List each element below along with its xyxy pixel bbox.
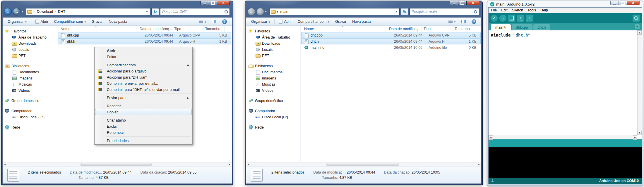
context-menu-item[interactable]: Comprimir e enviar por e-mail... xyxy=(95,80,192,86)
maximize-button[interactable] xyxy=(458,1,467,5)
context-menu-item[interactable]: Abrir xyxy=(95,48,192,54)
context-menu-item[interactable]: Enviar para xyxy=(95,95,192,101)
back-button[interactable] xyxy=(4,8,12,15)
menu-item[interactable]: Help xyxy=(540,8,548,12)
sidebar-item[interactable]: Disco Local (C:) xyxy=(249,114,300,120)
titlebar[interactable] xyxy=(2,1,232,7)
maximize-button[interactable] xyxy=(619,1,627,5)
context-menu-item[interactable]: Criar atalho xyxy=(95,117,192,123)
history-dropdown-icon[interactable] xyxy=(265,10,268,13)
context-menu-item[interactable]: Renomear xyxy=(95,129,192,136)
context-menu-item[interactable]: Compartilhar com xyxy=(95,62,192,68)
breadcrumb-segment[interactable]: DHT xyxy=(58,10,66,14)
forward-button[interactable] xyxy=(256,8,264,15)
sidebar-group[interactable]: Computador xyxy=(249,108,300,114)
help-button[interactable] xyxy=(469,18,479,25)
column-header-nome[interactable]: Nome xyxy=(301,26,387,32)
editor-tab[interactable]: dht.cpp xyxy=(512,24,532,30)
search-input[interactable] xyxy=(412,10,474,14)
help-button[interactable] xyxy=(220,18,229,25)
sidebar-item[interactable]: Documentos xyxy=(5,69,57,75)
context-menu-item[interactable]: Copiar xyxy=(95,109,192,115)
scroll-left-icon[interactable] xyxy=(3,162,7,167)
forward-button[interactable] xyxy=(13,8,20,15)
context-menu-item[interactable]: Adicionar para "DHT.rar" xyxy=(95,74,192,80)
sidebar-item[interactable]: Downloads xyxy=(249,40,300,46)
context-menu-item[interactable]: Adicionar para o arquivo... xyxy=(95,68,192,74)
sidebar-item[interactable]: Músicas xyxy=(249,81,300,87)
compartilhar-button[interactable]: Compartilhar com xyxy=(295,19,332,25)
sidebar-group[interactable]: Favoritos xyxy=(249,28,300,34)
sidebar-group[interactable]: Grupo doméstico xyxy=(5,98,57,104)
menu-item[interactable]: Tools xyxy=(527,8,536,12)
minimize-button[interactable] xyxy=(610,1,619,5)
column-header-data[interactable]: Data de modificaç... xyxy=(138,26,172,32)
upload-icon[interactable] xyxy=(499,15,506,22)
context-menu-item[interactable] xyxy=(95,93,192,95)
titlebar[interactable] xyxy=(246,1,482,7)
context-menu-item[interactable]: Comprimir para "DHT.rar" e enviar por e-… xyxy=(95,86,192,93)
compartilhar-button[interactable]: Compartilhar com xyxy=(52,19,88,25)
sidebar-item[interactable]: Músicas xyxy=(5,81,57,87)
views-button[interactable] xyxy=(196,19,209,25)
file-row[interactable]: dht.h 26/05/2014 09:44 Arquivo H 1 KB xyxy=(58,38,231,44)
gravar-button[interactable]: Gravar xyxy=(89,19,105,25)
minimize-button[interactable] xyxy=(201,1,209,5)
column-header-tamanho[interactable]: Tamanho xyxy=(203,26,224,32)
horizontal-scrollbar[interactable] xyxy=(489,135,637,139)
sidebar-item[interactable]: Downloads xyxy=(5,40,57,46)
column-header-data[interactable]: Data de modificaç... xyxy=(387,26,422,32)
maximize-button[interactable] xyxy=(209,1,217,5)
context-menu-item[interactable]: Propriedades xyxy=(95,138,192,144)
column-header-tamanho[interactable]: Tamanho xyxy=(453,26,474,32)
sidebar-group[interactable]: Favoritos xyxy=(5,28,57,34)
editor-tab[interactable]: dht.h xyxy=(533,24,550,30)
organizar-button[interactable]: Organizar xyxy=(5,19,29,25)
sidebar-item[interactable]: PET xyxy=(5,53,57,59)
breadcrumb-segment[interactable]: Download xyxy=(37,10,53,14)
column-header-tipo[interactable]: Tipo xyxy=(422,26,453,32)
breadcrumb[interactable]: main xyxy=(269,8,400,15)
scroll-right-icon[interactable] xyxy=(477,162,481,167)
breadcrumb[interactable]: Download DHT xyxy=(26,8,150,15)
sidebar-item[interactable]: Imagens xyxy=(249,75,300,81)
sidebar-item[interactable]: PET xyxy=(249,53,300,59)
open-icon[interactable] xyxy=(517,15,524,22)
back-button[interactable] xyxy=(248,8,255,15)
context-menu-item[interactable] xyxy=(95,115,192,117)
history-dropdown-icon[interactable] xyxy=(22,10,25,13)
horizontal-scrollbar[interactable] xyxy=(3,162,232,167)
sidebar-group[interactable]: Computador xyxy=(5,108,57,114)
sidebar-item[interactable]: Locais xyxy=(5,46,57,53)
context-menu-item[interactable] xyxy=(95,136,192,138)
sidebar-item[interactable]: Imagens xyxy=(5,75,57,81)
close-button[interactable] xyxy=(466,1,479,5)
abrir-button[interactable]: Abrir xyxy=(276,19,294,25)
sidebar-item[interactable]: Locais xyxy=(249,46,300,53)
horizontal-scrollbar[interactable] xyxy=(246,162,481,167)
column-header-nome[interactable]: Nome xyxy=(57,26,138,32)
new-sketch-icon[interactable] xyxy=(508,15,515,22)
search-input[interactable] xyxy=(162,10,224,14)
context-menu-item[interactable]: Recortar xyxy=(95,103,192,109)
refresh-button[interactable] xyxy=(401,8,408,15)
context-menu-item[interactable] xyxy=(95,101,192,103)
scrollbar-thumb[interactable] xyxy=(80,163,152,166)
menu-item[interactable]: Sketch xyxy=(512,8,523,12)
scroll-left-icon[interactable] xyxy=(246,162,251,167)
organizar-button[interactable]: Organizar xyxy=(249,19,273,25)
sidebar-item[interactable]: Vídeos xyxy=(5,87,57,94)
editor-tab[interactable]: main § xyxy=(491,24,511,30)
scroll-left-icon[interactable] xyxy=(489,135,493,140)
context-menu-item[interactable] xyxy=(95,60,192,62)
breadcrumb-segment[interactable]: main xyxy=(280,10,288,14)
tab-menu-icon[interactable] xyxy=(635,24,640,29)
breadcrumb-dropdown-icon[interactable] xyxy=(395,10,398,13)
menu-item[interactable]: File xyxy=(491,8,497,12)
refresh-button[interactable] xyxy=(151,8,159,15)
sidebar-group[interactable]: Bibliotecas xyxy=(249,63,300,69)
sidebar-group[interactable]: Rede xyxy=(5,124,57,130)
menu-item[interactable]: Edit xyxy=(501,8,508,12)
vertical-scrollbar[interactable] xyxy=(637,30,642,135)
preview-pane-button[interactable] xyxy=(459,19,468,24)
